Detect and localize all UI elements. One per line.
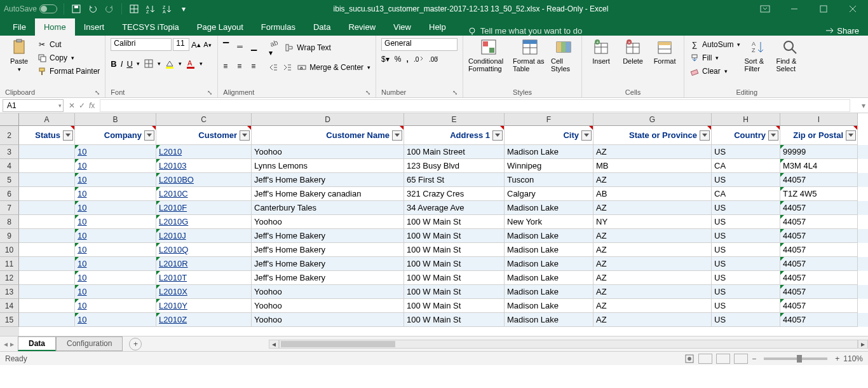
table-cell[interactable]: 44057 <box>780 271 858 285</box>
table-cell[interactable]: AZ <box>593 145 712 159</box>
table-cell[interactable]: AZ <box>593 229 712 243</box>
cut-button[interactable]: ✂Cut <box>37 38 100 51</box>
find-select-button[interactable]: Find & Select <box>776 38 804 73</box>
font-name-combo[interactable]: Calibri <box>111 38 172 51</box>
table-cell[interactable]: 44057 <box>780 229 858 243</box>
minimize-icon[interactable] <box>782 1 807 17</box>
table-cell[interactable]: Madison Lake <box>505 229 593 243</box>
table-cell[interactable]: L2010 <box>156 145 252 159</box>
bold-button[interactable]: B <box>111 59 116 69</box>
zoom-in-icon[interactable]: + <box>835 354 839 363</box>
table-cell[interactable]: US <box>712 243 780 257</box>
table-header-cell[interactable]: Zip or Postal <box>780 126 858 145</box>
table-cell[interactable]: L2010X <box>156 285 252 299</box>
table-cell[interactable]: 10 <box>75 173 156 187</box>
qat-customise-icon[interactable]: ▾ <box>178 3 189 15</box>
table-cell[interactable]: Calgary <box>505 187 593 201</box>
autosum-button[interactable]: ∑AutoSum▾ <box>689 38 740 51</box>
orientation-icon[interactable]: ab▾ <box>269 38 279 57</box>
normal-view-icon[interactable] <box>698 354 712 364</box>
table-cell[interactable]: AZ <box>593 201 712 215</box>
row-header[interactable]: 14 <box>0 299 19 313</box>
cell-styles-button[interactable]: Cell Styles <box>551 38 576 73</box>
row-header[interactable]: 7 <box>0 201 19 215</box>
table-cell[interactable] <box>19 145 75 159</box>
border-button[interactable] <box>144 59 154 69</box>
macro-record-icon[interactable] <box>684 354 695 364</box>
table-cell[interactable]: M3M 4L4 <box>780 159 858 173</box>
column-header[interactable]: I <box>780 113 858 126</box>
table-cell[interactable]: Jeff's Home Bakery <box>252 173 404 187</box>
table-cell[interactable]: 10 <box>75 243 156 257</box>
table-cell[interactable]: 10 <box>75 159 156 173</box>
table-cell[interactable]: 44057 <box>780 201 858 215</box>
table-cell[interactable]: AZ <box>593 299 712 313</box>
table-cell[interactable]: US <box>712 313 780 327</box>
sheet-tab-data[interactable]: Data <box>18 336 56 351</box>
tab-page-layout[interactable]: Page Layout <box>188 18 252 36</box>
close-icon[interactable] <box>840 1 865 17</box>
increase-indent-icon[interactable] <box>283 63 292 72</box>
tab-formulas[interactable]: Formulas <box>252 18 304 36</box>
table-header-cell[interactable]: Status <box>19 126 75 145</box>
table-cell[interactable]: Madison Lake <box>505 313 593 327</box>
table-cell[interactable]: Madison Lake <box>505 285 593 299</box>
table-cell[interactable] <box>19 271 75 285</box>
table-cell[interactable]: Jeff's Home Bakery <box>252 271 404 285</box>
number-format-combo[interactable]: General <box>381 38 458 51</box>
row-header[interactable]: 11 <box>0 257 19 271</box>
tab-home[interactable]: Home <box>35 18 75 36</box>
fill-color-button[interactable] <box>165 59 175 69</box>
comma-icon[interactable]: , <box>406 55 408 64</box>
format-cells-button[interactable]: Format <box>651 38 679 65</box>
format-painter-button[interactable]: Format Painter <box>37 65 100 78</box>
row-header[interactable]: 5 <box>0 173 19 187</box>
hscroll-track[interactable] <box>279 340 858 349</box>
table-cell[interactable]: 44057 <box>780 257 858 271</box>
table-cell[interactable] <box>19 229 75 243</box>
table-cell[interactable]: 100 W Main St <box>404 271 505 285</box>
table-cell[interactable]: AZ <box>593 313 712 327</box>
table-cell[interactable]: US <box>712 215 780 229</box>
tab-nav-prev-icon[interactable]: ◂ <box>4 340 8 349</box>
table-cell[interactable]: US <box>712 145 780 159</box>
table-cell[interactable]: 321 Crazy Cres <box>404 187 505 201</box>
table-cell[interactable]: Canterbury Tales <box>252 201 404 215</box>
decrease-indent-icon[interactable] <box>269 63 278 72</box>
table-cell[interactable]: 44057 <box>780 243 858 257</box>
percent-icon[interactable]: % <box>395 55 402 64</box>
delete-cells-button[interactable]: ×Delete <box>619 38 647 65</box>
table-cell[interactable]: Madison Lake <box>505 145 593 159</box>
table-cell[interactable]: L2010G <box>156 215 252 229</box>
row-header[interactable]: 13 <box>0 285 19 299</box>
table-cell[interactable]: Yoohoo <box>252 313 404 327</box>
table-cell[interactable]: 10 <box>75 145 156 159</box>
column-header[interactable]: H <box>712 113 780 126</box>
table-cell[interactable]: 100 Main Street <box>404 145 505 159</box>
column-header[interactable]: B <box>75 113 156 126</box>
table-cell[interactable]: Madison Lake <box>505 299 593 313</box>
tell-me-input[interactable]: Tell me what you want to do <box>455 26 582 36</box>
row-header[interactable]: 8 <box>0 215 19 229</box>
new-sheet-button[interactable]: + <box>129 338 142 350</box>
shrink-font-icon[interactable]: A▾ <box>202 39 212 50</box>
fill-button[interactable]: Fill▾ <box>689 52 740 64</box>
wrap-text-button[interactable]: Wrap Text <box>284 41 331 54</box>
table-cell[interactable]: 44057 <box>780 313 858 327</box>
filter-button[interactable] <box>768 130 778 141</box>
table-cell[interactable]: Jeff's Home Bakery <box>252 243 404 257</box>
table-cell[interactable]: L2010Y <box>156 299 252 313</box>
table-cell[interactable]: US <box>712 173 780 187</box>
row-header[interactable]: 9 <box>0 229 19 243</box>
table-cell[interactable]: L20103 <box>156 159 252 173</box>
table-cell[interactable]: US <box>712 257 780 271</box>
table-cell[interactable]: Madison Lake <box>505 271 593 285</box>
table-cell[interactable]: Yoohoo <box>252 145 404 159</box>
column-header[interactable]: A <box>19 113 75 126</box>
underline-button[interactable]: U <box>126 59 132 69</box>
filter-button[interactable] <box>700 130 710 141</box>
table-cell[interactable]: Yoohoo <box>252 285 404 299</box>
row-header[interactable]: 15 <box>0 313 19 327</box>
table-cell[interactable]: Yoohoo <box>252 215 404 229</box>
enter-formula-icon[interactable]: ✓ <box>79 101 85 110</box>
